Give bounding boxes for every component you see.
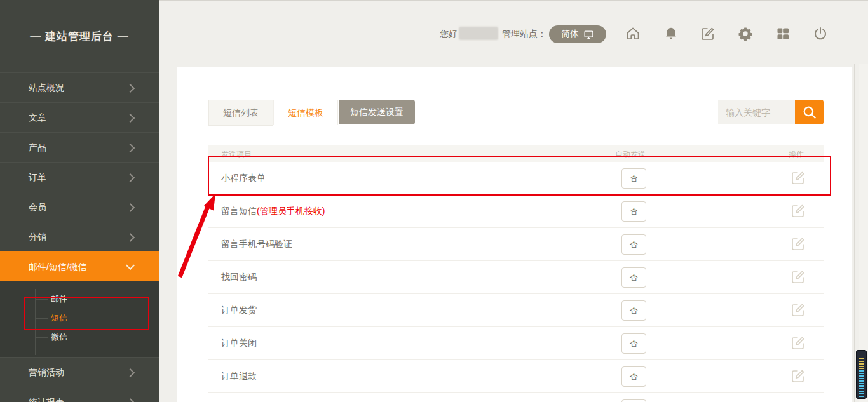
row-name-red-note: (管理员手机接收) xyxy=(257,206,325,216)
search-icon xyxy=(801,104,818,121)
sidebar-item-distribution[interactable]: 分销 xyxy=(0,222,159,251)
edit-icon[interactable] xyxy=(790,368,806,384)
row-send-item-name: 找回密码 xyxy=(221,261,257,293)
tab-sms-list[interactable]: 短信列表 xyxy=(208,100,273,126)
sms-table-body: 小程序表单否留言短信(管理员手机接收)否留言手机号码验证否找回密码否订单发货否订… xyxy=(208,162,824,402)
edit-icon[interactable] xyxy=(790,269,806,285)
table-header: 发送项目 自动发送 操作 xyxy=(208,145,824,162)
table-row: 订单退款否 xyxy=(208,360,824,393)
table-row: 留言短信(管理员手机接收)否 xyxy=(208,195,824,228)
auto-send-toggle-button[interactable]: 否 xyxy=(621,168,646,189)
sidebar-item-label: 会员 xyxy=(29,202,46,212)
column-header-send-item: 发送项目 xyxy=(221,149,252,160)
language-label: 简体 xyxy=(561,29,579,40)
sidebar-item-products[interactable]: 产品 xyxy=(0,132,159,162)
sidebar-item-site-overview[interactable]: 站点概况 xyxy=(0,72,159,102)
power-icon[interactable] xyxy=(813,26,828,41)
chevron-right-icon xyxy=(126,173,135,182)
column-header-auto-send: 自动发送 xyxy=(615,149,646,160)
sidebar-item-label: 统计报表 xyxy=(29,397,64,402)
edit-icon[interactable] xyxy=(790,335,806,351)
sidebar-submenu: 邮件 短信 微信 xyxy=(0,281,159,357)
row-send-item-name: 订单退款 xyxy=(221,360,257,392)
chevron-right-icon xyxy=(126,144,135,152)
equalizer-widget[interactable] xyxy=(856,350,867,399)
chevron-right-icon xyxy=(126,368,135,377)
sidebar-item-marketing[interactable]: 营销活动 xyxy=(0,357,159,387)
auto-send-toggle-button[interactable]: 否 xyxy=(621,267,646,288)
row-send-item-name: 留言手机号码验证 xyxy=(221,228,292,260)
sidebar-subitem-sms[interactable]: 短信 xyxy=(0,309,159,328)
sidebar-subitem-label: 微信 xyxy=(51,332,67,342)
search-button[interactable] xyxy=(795,100,824,124)
edit-icon[interactable] xyxy=(790,203,806,218)
home-icon[interactable] xyxy=(625,26,641,41)
sidebar-item-label: 产品 xyxy=(29,142,46,152)
chevron-down-icon xyxy=(126,261,135,270)
sms-send-settings-button[interactable]: 短信发送设置 xyxy=(339,100,415,124)
compose-icon[interactable] xyxy=(700,26,715,41)
sidebar-item-articles[interactable]: 文章 xyxy=(0,102,159,132)
auto-send-toggle-button[interactable]: 否 xyxy=(621,300,646,321)
sidebar-item-mail-sms-wechat[interactable]: 邮件/短信/微信 xyxy=(0,251,159,281)
edit-icon[interactable] xyxy=(790,170,806,185)
column-header-actions: 操作 xyxy=(789,149,804,160)
scrollbar-track[interactable] xyxy=(854,64,855,402)
auto-send-toggle-button[interactable]: 否 xyxy=(621,333,646,354)
sidebar-nav: 站点概况 文章 产品 订单 会员 分销 xyxy=(0,72,159,402)
sidebar-item-label: 营销活动 xyxy=(29,367,64,377)
sidebar-item-label: 订单 xyxy=(29,172,46,182)
sidebar-item-statistics[interactable]: 统计报表 xyxy=(0,387,159,402)
sidebar-item-label: 站点概况 xyxy=(29,83,64,93)
sidebar-subitem-label: 短信 xyxy=(51,313,67,323)
row-send-item-name: 订单关闭 xyxy=(221,327,257,359)
monitor-icon xyxy=(583,29,594,40)
chevron-right-icon xyxy=(126,233,135,242)
sms-content-card: 短信列表 短信模板 短信发送设置 发送项目 自动发送 操作 小程序表单否留言短信… xyxy=(177,67,852,402)
sidebar-subitem-label: 邮件 xyxy=(51,294,67,304)
sidebar-subitem-mail[interactable]: 邮件 xyxy=(0,290,159,309)
chevron-right-icon xyxy=(126,203,135,212)
tree-connector xyxy=(35,299,48,300)
table-row: 找回密码否 xyxy=(208,261,824,294)
sms-tabs: 短信列表 短信模板 xyxy=(208,100,338,126)
tree-connector xyxy=(35,337,48,338)
auto-send-toggle-button[interactable]: 否 xyxy=(621,201,646,222)
bell-icon[interactable] xyxy=(663,26,679,41)
chevron-right-icon xyxy=(126,114,135,123)
auto-send-toggle-button[interactable]: 否 xyxy=(621,234,646,255)
table-row: 订单关闭否 xyxy=(208,327,824,360)
table-row: 留言手机号码验证否 xyxy=(208,228,824,261)
edit-icon[interactable] xyxy=(790,236,806,251)
gear-icon[interactable] xyxy=(738,26,753,41)
tree-connector xyxy=(35,318,48,319)
table-row: 小程序表单否 xyxy=(208,162,824,195)
edit-icon[interactable] xyxy=(790,302,806,318)
sidebar-item-label: 分销 xyxy=(29,232,46,242)
sidebar-item-orders[interactable]: 订单 xyxy=(0,162,159,192)
language-site-badge[interactable]: 简体 xyxy=(549,25,606,43)
sidebar-subitem-wechat[interactable]: 微信 xyxy=(0,328,159,347)
chevron-right-icon xyxy=(126,398,135,402)
app-title: — 建站管理后台 — xyxy=(0,0,159,72)
chevron-right-icon xyxy=(126,84,135,93)
auto-send-toggle-button[interactable]: 否 xyxy=(621,366,646,387)
row-send-item-name: 留言短信(管理员手机接收) xyxy=(221,195,325,227)
tab-sms-template[interactable]: 短信模板 xyxy=(273,100,338,125)
sidebar-item-label: 邮件/短信/微信 xyxy=(29,262,87,272)
apps-icon[interactable] xyxy=(775,26,790,41)
auto-send-toggle-button[interactable] xyxy=(621,399,646,402)
manage-site-label: 管理站点： xyxy=(502,29,546,40)
row-send-item-name: 小程序表单 xyxy=(221,162,266,194)
sidebar: — 建站管理后台 — 站点概况 文章 产品 订单 会员 xyxy=(0,0,159,402)
censored-username xyxy=(459,27,498,40)
table-row xyxy=(208,393,824,402)
table-row: 订单发货否 xyxy=(208,294,824,327)
equalizer-yellow-bars xyxy=(859,358,864,369)
equalizer-cyan-bars xyxy=(859,370,864,397)
search-input[interactable] xyxy=(718,100,795,124)
sidebar-item-members[interactable]: 会员 xyxy=(0,192,159,222)
row-send-item-name: 订单发货 xyxy=(221,294,257,326)
sidebar-item-label: 文章 xyxy=(29,112,46,123)
